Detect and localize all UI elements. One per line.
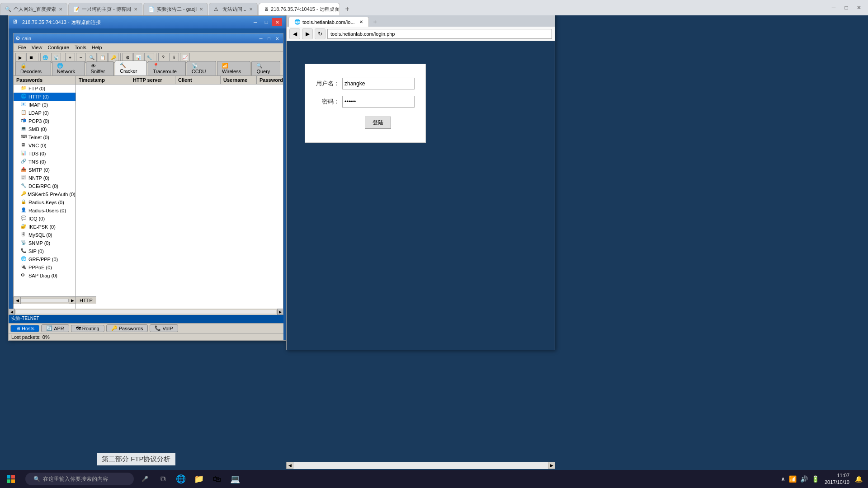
tree-item-dcerpc[interactable]: 🔧DCE/RPC (0) (14, 182, 75, 190)
menu-file[interactable]: File (15, 45, 29, 50)
menu-tools[interactable]: Tools (72, 45, 89, 50)
submit-row: 登陆 (316, 115, 415, 129)
tree-item-pop3[interactable]: 📬POP3 (0) (14, 117, 75, 125)
ie-url-input[interactable] (327, 29, 552, 39)
tab-wireless[interactable]: 📶 Wireless (217, 61, 250, 75)
bottom-tab-hosts[interactable]: 🖥 Hosts (10, 325, 39, 332)
store-taskbar-button[interactable]: 🛍 (210, 472, 224, 486)
ie-taskbar-button[interactable]: 🌐 (174, 472, 188, 486)
svg-rect-0 (7, 475, 10, 479)
taskbar-mic-button[interactable]: 🎤 (137, 472, 152, 486)
username-input[interactable] (342, 78, 415, 89)
taskbar-icons-group: ⧉ 🌐 📁 🛍 💻 (156, 472, 242, 486)
tray-chevron-icon[interactable]: ∧ (781, 475, 785, 483)
browser-tab-blog[interactable]: 📝 一只坷的主页 - 博客园 ✕ (68, 3, 142, 15)
tree-item-pppoe[interactable]: 🔌PPPoE (0) (14, 263, 75, 272)
bottom-tab-voip[interactable]: 📞 VoIP (150, 324, 178, 332)
start-button[interactable] (0, 470, 22, 488)
bottom-tab-passwords[interactable]: 🔑 Passwords (106, 324, 148, 332)
h-scroll-left-btn[interactable]: ◀ (286, 462, 293, 469)
ie-refresh-button[interactable]: ↻ (315, 28, 326, 39)
tree-item-nntp[interactable]: 📰NNTP (0) (14, 174, 75, 182)
browser-tab-search[interactable]: 🔍 个人网站_百度搜索 ✕ (0, 3, 67, 15)
tree-item-mskerb5[interactable]: 🔑MSKerb5-PreAuth (0) (14, 190, 75, 198)
tab-sniffer[interactable]: 👁 Sniffer (86, 61, 114, 75)
tree-item-snmp[interactable]: 📡SNMP (0) (14, 239, 75, 247)
cain-bottom-tabs: 🖥 Hosts 🔄 APR 🗺 Routing 🔑 Passwords 📞 (9, 324, 283, 333)
menu-configure[interactable]: Configure (45, 45, 72, 50)
taskview-button[interactable]: ⧉ (156, 472, 170, 486)
tree-item-gre[interactable]: 🌐GRE/PPP (0) (14, 255, 75, 263)
tree-item-http[interactable]: 🌐HTTP (0) (14, 93, 75, 101)
h-scroll-right-btn[interactable]: ▶ (548, 462, 555, 469)
ie-new-tab-btn[interactable]: + (370, 17, 381, 27)
tree-item-tns[interactable]: 🔗TNS (0) (14, 158, 75, 166)
ie-back-button[interactable]: ◀ (289, 28, 300, 39)
tree-item-ftp[interactable]: 📁FTP (0) (14, 84, 75, 93)
tray-volume-icon[interactable]: 🔊 (800, 475, 808, 483)
tab-decoders[interactable]: 🔓 Decoders (15, 61, 51, 75)
page-h-scrollbar[interactable]: ◀ ▶ (286, 462, 555, 469)
new-tab-button[interactable]: + (341, 3, 354, 15)
tree-item-mysql[interactable]: 🗄MySQL (0) (14, 231, 75, 239)
tree-item-telnet[interactable]: ⌨Telnet (0) (14, 133, 75, 141)
tab-ccdu[interactable]: 📡 CCDU (187, 61, 216, 75)
scroll-left-button[interactable]: ◀ (14, 297, 21, 304)
cain-minimize-button[interactable]: ─ (257, 35, 265, 42)
minimize-rdp-left-button[interactable]: ─ (250, 18, 260, 26)
tree-item-ike-psk[interactable]: 🔐IKE-PSK (0) (14, 223, 75, 231)
browser-tab-error[interactable]: ⚠ 无法访问... ✕ (209, 3, 258, 15)
close-rdp-left-button[interactable]: ✕ (272, 18, 282, 26)
passwords-table-area: Timestamp HTTP server Client Username Pa… (76, 76, 283, 322)
menu-help[interactable]: Help (89, 45, 105, 50)
login-submit-button[interactable]: 登陆 (365, 117, 391, 129)
restore-rdp-left-button[interactable]: □ (261, 18, 271, 26)
browser-tab-rdp[interactable]: 🖥 218.76.35.74:10415 - 远程桌面连接 ✕ (259, 3, 340, 15)
tab-cracker[interactable]: 🔨 Cracker (115, 61, 147, 75)
scroll-btn-left[interactable]: ◀ (9, 309, 15, 315)
password-input[interactable] (342, 96, 415, 108)
tray-battery-icon[interactable]: 🔋 (811, 475, 819, 483)
cain-restore-button[interactable]: □ (265, 35, 273, 42)
tab-network[interactable]: 🌐 Network (52, 61, 85, 75)
tab-query[interactable]: 🔍 Query (251, 61, 280, 75)
tree-item-vnc[interactable]: 🖥VNC (0) (14, 141, 75, 150)
browser-tab-controls: ─ □ ✕ (825, 0, 868, 15)
tray-icons-group: ∧ 📶 🔊 🔋 (781, 475, 819, 483)
tree-item-sip[interactable]: 📞SIP (0) (14, 247, 75, 255)
explorer-taskbar-button[interactable]: 📁 (192, 472, 206, 486)
restore-browser-button[interactable]: □ (841, 2, 852, 13)
cain-close-button[interactable]: ✕ (273, 35, 281, 42)
ie-forward-button[interactable]: ▶ (302, 28, 313, 39)
tray-clock[interactable]: 11:07 2017/10/10 (825, 472, 849, 486)
bottom-tab-routing[interactable]: 🗺 Routing (71, 325, 104, 332)
bottom-tab-apr[interactable]: 🔄 APR (41, 324, 69, 332)
tree-item-icq[interactable]: 💬ICQ (0) (14, 215, 75, 223)
tray-notifications-icon[interactable]: 🔔 (855, 475, 863, 483)
tree-item-radius-keys[interactable]: 🔒Radius-Keys (0) (14, 198, 75, 206)
close-browser-button[interactable]: ✕ (854, 2, 864, 13)
voip-icon: 📞 (155, 325, 161, 331)
tree-item-ldap[interactable]: 📋LDAP (0) (14, 109, 75, 117)
tree-item-imap[interactable]: 📧IMAP (0) (14, 101, 75, 109)
ie-tab-close-btn[interactable]: ✕ (359, 19, 363, 24)
tray-network-icon[interactable]: 📶 (789, 475, 797, 483)
scroll-track-h (21, 299, 69, 302)
tree-item-smtp[interactable]: 📤SMTP (0) (14, 166, 75, 174)
minimize-browser-button[interactable]: ─ (828, 2, 839, 13)
inner-h-scrollbar[interactable]: ◀ ▶ (9, 309, 283, 315)
ie-tab-active[interactable]: 🌐 tools.hetianlab.com/lo... ✕ (288, 17, 369, 27)
browser-tab-report[interactable]: 📄 实验报告二 - gaoji ✕ (143, 3, 208, 15)
scroll-btn-right[interactable]: ▶ (277, 309, 283, 315)
tree-scrollbar-h[interactable]: ◀ ▶ (14, 296, 76, 304)
svg-rect-1 (11, 475, 15, 479)
scroll-right-button[interactable]: ▶ (69, 297, 76, 304)
tree-item-smb[interactable]: 💻SMB (0) (14, 125, 75, 133)
tab-traceroute[interactable]: 📍 Traceroute (148, 61, 186, 75)
tree-item-radius-users[interactable]: 👤Radius-Users (0) (14, 206, 75, 215)
tree-item-tds[interactable]: 📊TDS (0) (14, 150, 75, 158)
taskbar-search-bar[interactable]: 🔍 在这里输入你要搜索的内容 (25, 473, 134, 485)
menu-view[interactable]: View (29, 45, 45, 50)
tree-item-sapdiag[interactable]: ⚙SAP Diag (0) (14, 272, 75, 280)
app-taskbar-button[interactable]: 💻 (228, 472, 242, 486)
